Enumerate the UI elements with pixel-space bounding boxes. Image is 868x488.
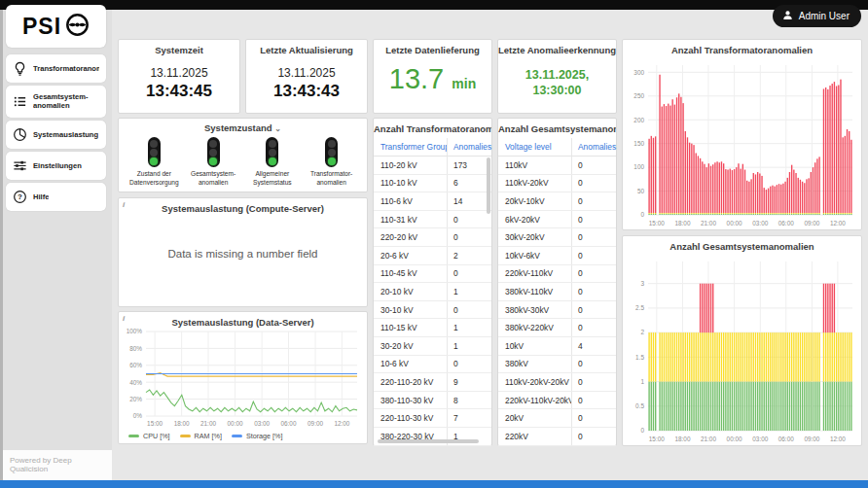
svg-text:21:00: 21:00 xyxy=(701,436,716,442)
svg-text:80%: 80% xyxy=(129,345,142,352)
bottom-bar xyxy=(0,480,868,488)
traffic-light-icon xyxy=(266,137,278,167)
system-time: 13:43:45 xyxy=(146,82,212,101)
column-header[interactable]: Voltage level xyxy=(498,142,571,152)
lightbulb-icon xyxy=(13,61,27,76)
anomaly-date: 13.11.2025, xyxy=(525,67,589,83)
traffic-light: AllgemeinerSystemstatus xyxy=(244,137,301,188)
sidebar: PSI Transformatoranomalien Gesamtsystem-… xyxy=(0,10,112,480)
svg-text:06:00: 06:00 xyxy=(778,220,794,227)
legend-item[interactable]: RAM [%] xyxy=(180,432,222,440)
chevron-down-icon: ⌄ xyxy=(274,124,281,133)
svg-text:?: ? xyxy=(18,192,22,201)
svg-text:12:00: 12:00 xyxy=(830,220,846,227)
systemzustand-panel: Systemzustand ⌄ Zustand derDatenversorgu… xyxy=(118,118,368,192)
letzte-datenlieferung-card: Letzte Datenlieferung 13.7 min xyxy=(373,39,492,114)
table-row: 220-110-20 kV9 xyxy=(374,373,491,392)
update-date: 13.11.2025 xyxy=(277,66,335,80)
sidebar-item-hilfe[interactable]: ? Hilfe xyxy=(6,183,106,211)
table-row: 380-110-30 kV8 xyxy=(374,392,491,410)
help-icon: ? xyxy=(13,190,27,204)
transformer-anomalies-chart: 05010015020025030015:0018:0021:0000:0003… xyxy=(625,57,859,227)
svg-text:12:00: 12:00 xyxy=(830,436,846,442)
systemzustand-dropdown[interactable]: Systemzustand ⌄ xyxy=(119,119,367,133)
vertical-scrollbar[interactable] xyxy=(487,157,490,214)
system-anomalies-chart: 00.511.522.5315:0018:0021:0000:0003:0006… xyxy=(625,254,859,443)
svg-text:00:00: 00:00 xyxy=(727,220,742,227)
sidebar-item-einstellungen[interactable]: Einstellungen xyxy=(6,152,106,180)
column-header[interactable]: Anomalies xyxy=(447,138,491,156)
table-row: 110-15 kV1 xyxy=(374,319,491,337)
sidebar-item-label: Systemauslastung xyxy=(33,130,98,139)
list-icon xyxy=(13,94,27,109)
table-row: 30kV-20kV0 xyxy=(498,228,616,247)
svg-text:100: 100 xyxy=(633,163,644,170)
svg-text:09:00: 09:00 xyxy=(804,436,819,442)
admin-user-button[interactable]: Admin User xyxy=(773,5,861,27)
svg-text:0: 0 xyxy=(640,211,644,218)
svg-text:18:00: 18:00 xyxy=(174,420,190,427)
traffic-light: Gesamtsystem-anomalien xyxy=(185,137,241,188)
table-row: 220kV-110kV0 xyxy=(498,265,616,284)
window-edge xyxy=(0,10,3,480)
traffic-light-icon xyxy=(207,137,220,167)
legend-item[interactable]: Storage [%] xyxy=(232,432,283,440)
svg-text:15:00: 15:00 xyxy=(147,420,163,427)
horizontal-scrollbar[interactable] xyxy=(378,439,479,443)
sidebar-item-gesamtsystemanomalien[interactable]: Gesamtsystem-anomalien xyxy=(6,86,106,118)
transformer-anomalies-table-panel: Anzahl Transformatoranomalien Transforme… xyxy=(373,118,492,446)
svg-text:0: 0 xyxy=(640,427,644,434)
svg-text:2.5: 2.5 xyxy=(635,304,644,311)
systemzeit-card: Systemzeit 13.11.2025 13:43:45 xyxy=(118,39,240,114)
info-icon[interactable]: i xyxy=(123,200,125,209)
svg-text:03:00: 03:00 xyxy=(752,220,768,227)
svg-text:40%: 40% xyxy=(129,379,142,386)
compute-server-panel: i Systemauslastung (Compute-Server) Data… xyxy=(118,197,368,307)
table-row: 220kV0 xyxy=(498,428,616,446)
svg-text:1: 1 xyxy=(640,378,644,385)
systemzustand-title: Systemzustand xyxy=(204,122,272,133)
column-header[interactable]: Transformer Group xyxy=(374,142,447,152)
legend-color-dash xyxy=(128,435,139,437)
psi-logo-icon xyxy=(65,13,90,41)
table-row: 10kV4 xyxy=(498,337,616,356)
powered-by-footer: Powered by Deep Qualicision xyxy=(3,450,112,480)
svg-text:21:00: 21:00 xyxy=(701,220,716,227)
data-delivery-value: 13.7 xyxy=(389,63,444,94)
svg-text:300: 300 xyxy=(633,69,644,76)
table-row: 30-10 kV0 xyxy=(374,301,491,320)
table-row: 110kV0 xyxy=(498,157,616,175)
sidebar-item-transformatoranomalien[interactable]: Transformatoranomalien xyxy=(6,54,106,83)
info-icon[interactable]: i xyxy=(123,314,125,323)
sidebar-item-systemauslastung[interactable]: Systemauslastung xyxy=(6,121,106,149)
table-row: 220-20 kV0 xyxy=(374,228,491,247)
chart-legend: CPU [%]RAM [%]Storage [%] xyxy=(128,432,282,440)
svg-text:1.5: 1.5 xyxy=(635,354,644,361)
table-row: 20-6 kV2 xyxy=(374,247,491,265)
svg-text:250: 250 xyxy=(633,92,644,99)
traffic-light-icon xyxy=(148,137,161,167)
svg-text:09:00: 09:00 xyxy=(804,220,819,227)
transformer-anomalies-table: Transformer GroupAnomalies110-20 kV17311… xyxy=(374,138,491,443)
anomaly-time: 13:30:00 xyxy=(525,83,589,98)
table-row: 110kV-20kV-20kV0 xyxy=(498,373,616,392)
legend-color-dash xyxy=(180,435,191,437)
table-row: 380kV-220kV0 xyxy=(498,319,616,337)
sliders-icon xyxy=(13,158,27,173)
svg-text:06:00: 06:00 xyxy=(778,436,794,442)
chart-title: Anzahl Gesamtsystemanomalien xyxy=(623,236,861,252)
user-label: Admin User xyxy=(799,11,850,21)
svg-text:150: 150 xyxy=(633,140,644,147)
traffic-lights-row: Zustand derDatenversorgungGesamtsystem-a… xyxy=(119,133,367,188)
traffic-light: Transformator-anomalien xyxy=(304,137,360,188)
table-row: 110kV-20kV0 xyxy=(498,175,616,193)
table-row: 380kV-110kV0 xyxy=(498,283,616,301)
card-title: Letzte Anomalieerkennung xyxy=(498,40,616,55)
column-header[interactable]: Anomalies xyxy=(571,138,616,156)
svg-text:15:00: 15:00 xyxy=(649,220,665,227)
svg-text:03:00: 03:00 xyxy=(254,420,270,427)
svg-text:18:00: 18:00 xyxy=(674,436,690,442)
svg-text:03:00: 03:00 xyxy=(752,436,768,442)
update-time: 13:43:43 xyxy=(273,82,340,101)
legend-item[interactable]: CPU [%] xyxy=(128,432,170,440)
